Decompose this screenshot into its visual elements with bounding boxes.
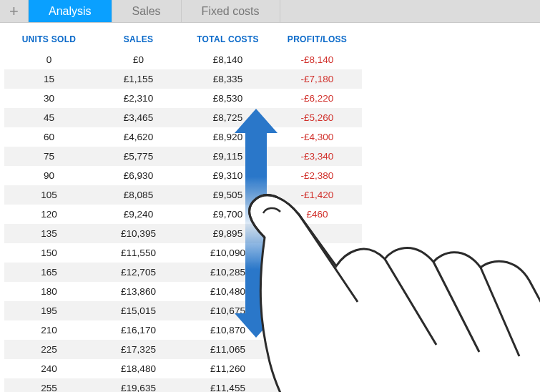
cell-costs[interactable]: £8,530 — [183, 89, 273, 108]
cell-costs[interactable]: £8,335 — [183, 69, 273, 89]
cell-sales[interactable]: £8,085 — [94, 185, 183, 205]
cell-costs[interactable]: £9,505 — [183, 185, 273, 205]
cell-sales[interactable]: £16,170 — [94, 320, 183, 340]
cell-units[interactable]: 195 — [4, 301, 94, 320]
cell-units[interactable]: 60 — [4, 127, 94, 147]
tab-sales[interactable]: Sales — [112, 0, 182, 22]
table-row[interactable]: 90£6,930£9,310-£2,380 — [4, 166, 362, 185]
cell-units[interactable]: 105 — [4, 185, 94, 205]
table-row[interactable]: 165£12,705£10,285 — [4, 263, 362, 282]
cell-pl[interactable]: -£8,140 — [273, 50, 362, 69]
table-row[interactable]: 0£0£8,140-£8,140 — [4, 50, 362, 69]
cell-pl[interactable]: £5 — [273, 320, 362, 340]
cell-costs[interactable]: £8,920 — [183, 127, 273, 147]
cell-sales[interactable]: £15,015 — [94, 301, 183, 320]
cell-sales[interactable]: £18,480 — [94, 359, 183, 378]
cell-pl[interactable] — [273, 282, 362, 301]
cell-costs[interactable]: £10,480 — [183, 282, 273, 301]
table-row[interactable]: 45£3,465£8,725-£5,260 — [4, 108, 362, 127]
cell-costs[interactable]: £8,140 — [183, 50, 273, 69]
cell-costs[interactable]: £10,870 — [183, 320, 273, 340]
cell-pl[interactable]: £460 — [273, 205, 362, 224]
table-row[interactable]: 255£19,635£11,455£8, — [4, 378, 362, 392]
cell-units[interactable]: 90 — [4, 166, 94, 185]
cell-pl[interactable] — [273, 263, 362, 282]
table-row[interactable]: 135£10,395£9,895 — [4, 224, 362, 243]
table-row[interactable]: 60£4,620£8,920-£4,300 — [4, 127, 362, 147]
col-profit-loss[interactable]: PROFIT/LOSS — [273, 27, 362, 50]
cell-sales[interactable]: £6,930 — [94, 166, 183, 185]
cell-costs[interactable]: £9,115 — [183, 147, 273, 166]
cell-sales[interactable]: £3,465 — [94, 108, 183, 127]
cell-costs[interactable]: £10,285 — [183, 263, 273, 282]
col-total-costs[interactable]: TOTAL COSTS — [183, 27, 273, 50]
cell-pl[interactable]: £6 — [273, 340, 362, 359]
cell-costs[interactable]: £8,725 — [183, 108, 273, 127]
cell-units[interactable]: 225 — [4, 340, 94, 359]
col-sales[interactable]: SALES — [94, 27, 183, 50]
tab-fixed-costs[interactable]: Fixed costs — [182, 0, 280, 22]
cell-pl[interactable]: -£3,340 — [273, 147, 362, 166]
cell-sales[interactable]: £11,550 — [94, 243, 183, 263]
table-row[interactable]: 75£5,775£9,115-£3,340 — [4, 147, 362, 166]
cell-units[interactable]: 30 — [4, 89, 94, 108]
cell-units[interactable]: 75 — [4, 147, 94, 166]
cell-units[interactable]: 165 — [4, 263, 94, 282]
cell-pl[interactable]: -£2,380 — [273, 166, 362, 185]
cell-units[interactable]: 150 — [4, 243, 94, 263]
cell-units[interactable]: 15 — [4, 69, 94, 89]
cell-sales[interactable]: £12,705 — [94, 263, 183, 282]
cell-pl[interactable]: -£5,260 — [273, 108, 362, 127]
cell-pl[interactable]: -£7,180 — [273, 69, 362, 89]
cell-sales[interactable]: £0 — [94, 50, 183, 69]
cell-pl[interactable]: -£4,300 — [273, 127, 362, 147]
cell-units[interactable]: 240 — [4, 359, 94, 378]
cell-sales[interactable]: £10,395 — [94, 224, 183, 243]
table-row[interactable]: 225£17,325£11,065£6 — [4, 340, 362, 359]
cell-costs[interactable]: £9,700 — [183, 205, 273, 224]
cell-pl[interactable] — [273, 243, 362, 263]
add-tab-button[interactable]: + — [0, 0, 29, 22]
cell-costs[interactable]: £9,895 — [183, 224, 273, 243]
cell-units[interactable]: 135 — [4, 224, 94, 243]
cell-units[interactable]: 180 — [4, 282, 94, 301]
cell-costs[interactable]: £11,260 — [183, 359, 273, 378]
col-units-sold[interactable]: UNITS SOLD — [4, 27, 94, 50]
cell-sales[interactable]: £13,860 — [94, 282, 183, 301]
table-row[interactable]: 30£2,310£8,530-£6,220 — [4, 89, 362, 108]
table-row[interactable]: 150£11,550£10,090 — [4, 243, 362, 263]
cell-units[interactable]: 120 — [4, 205, 94, 224]
data-table[interactable]: UNITS SOLD SALES TOTAL COSTS PROFIT/LOSS… — [4, 27, 362, 392]
cell-pl[interactable]: -£6,220 — [273, 89, 362, 108]
cell-sales[interactable]: £17,325 — [94, 340, 183, 359]
spreadsheet-area[interactable]: UNITS SOLD SALES TOTAL COSTS PROFIT/LOSS… — [0, 23, 540, 392]
cell-units[interactable]: 0 — [4, 50, 94, 69]
table-row[interactable]: 240£18,480£11,260£ — [4, 359, 362, 378]
cell-units[interactable]: 210 — [4, 320, 94, 340]
cell-costs[interactable]: £11,455 — [183, 378, 273, 392]
table-row[interactable]: 120£9,240£9,700£460 — [4, 205, 362, 224]
cell-sales[interactable]: £5,775 — [94, 147, 183, 166]
cell-pl[interactable]: £ — [273, 359, 362, 378]
table-row[interactable]: 15£1,155£8,335-£7,180 — [4, 69, 362, 89]
cell-pl[interactable] — [273, 224, 362, 243]
cell-costs[interactable]: £10,090 — [183, 243, 273, 263]
cell-costs[interactable]: £9,310 — [183, 166, 273, 185]
cell-costs[interactable]: £10,675 — [183, 301, 273, 320]
table-row[interactable]: 105£8,085£9,505-£1,420 — [4, 185, 362, 205]
cell-units[interactable]: 45 — [4, 108, 94, 127]
cell-sales[interactable]: £9,240 — [94, 205, 183, 224]
cell-units[interactable]: 255 — [4, 378, 94, 392]
cell-pl[interactable]: -£1,420 — [273, 185, 362, 205]
cell-pl[interactable]: £4, — [273, 301, 362, 320]
tab-analysis[interactable]: Analysis — [29, 0, 112, 22]
cell-pl[interactable]: £8, — [273, 378, 362, 392]
cell-costs[interactable]: £11,065 — [183, 340, 273, 359]
cell-sales[interactable]: £2,310 — [94, 89, 183, 108]
table-row[interactable]: 210£16,170£10,870£5 — [4, 320, 362, 340]
cell-sales[interactable]: £19,635 — [94, 378, 183, 392]
cell-sales[interactable]: £1,155 — [94, 69, 183, 89]
table-row[interactable]: 195£15,015£10,675£4, — [4, 301, 362, 320]
cell-sales[interactable]: £4,620 — [94, 127, 183, 147]
table-row[interactable]: 180£13,860£10,480 — [4, 282, 362, 301]
